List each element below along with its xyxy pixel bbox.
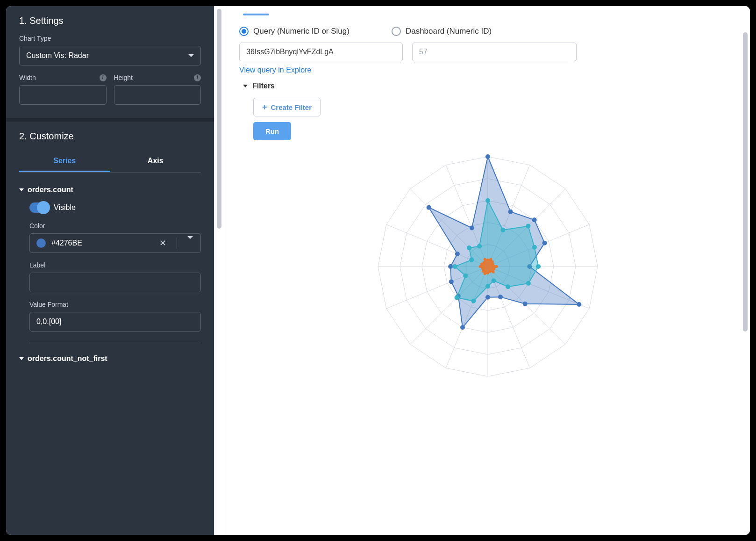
svg-point-29 [498, 295, 502, 299]
customize-tabs: Series Axis [19, 150, 201, 173]
tab-series[interactable]: Series [19, 150, 110, 172]
svg-point-68 [478, 265, 481, 268]
series-label-text: Label [29, 261, 45, 269]
svg-point-71 [483, 258, 486, 261]
svg-point-34 [448, 264, 453, 269]
query-id-input[interactable] [239, 43, 403, 61]
settings-title: 1. Settings [19, 15, 201, 26]
svg-point-64 [486, 272, 489, 274]
divider [29, 343, 201, 343]
info-icon[interactable] [100, 74, 107, 81]
settings-section: 1. Settings Chart Type Custom Vis: Radar… [6, 6, 214, 122]
svg-point-60 [495, 265, 498, 268]
svg-point-56 [486, 259, 489, 261]
run-button[interactable]: Run [253, 122, 291, 140]
svg-point-57 [489, 258, 492, 261]
caret-down-icon [243, 85, 248, 87]
value-format-label-text: Value Format [29, 301, 68, 308]
svg-point-40 [500, 228, 505, 232]
svg-point-48 [471, 299, 476, 303]
color-input[interactable]: #4276BE ✕ [29, 233, 201, 253]
radio-checked-icon [239, 27, 249, 36]
svg-point-47 [485, 284, 490, 289]
color-label: Color [29, 222, 201, 230]
svg-point-66 [482, 270, 485, 273]
chart-type-label-text: Chart Type [19, 35, 51, 42]
series-group: orders.count Visible Color #4276BE [19, 186, 201, 343]
dashboard-radio-label: Dashboard (Numeric ID) [406, 27, 492, 36]
chart-type-value: Custom Vis: Radar [26, 51, 89, 60]
svg-point-50 [463, 274, 468, 278]
svg-point-52 [469, 258, 474, 262]
dashboard-radio-option[interactable]: Dashboard (Numeric ID) [392, 27, 492, 36]
svg-point-44 [526, 281, 530, 286]
chart-type-select[interactable]: Custom Vis: Radar [19, 46, 201, 65]
svg-point-27 [577, 302, 581, 307]
svg-point-39 [485, 198, 490, 203]
dashboard-id-input[interactable] [412, 43, 577, 61]
svg-point-45 [506, 284, 510, 289]
radio-unchecked-icon [392, 27, 401, 36]
svg-point-36 [426, 205, 431, 210]
customize-section: 2. Customize Series Axis orders.count Vi… [6, 122, 214, 535]
query-radio-option[interactable]: Query (Numeric ID or Slug) [239, 27, 349, 36]
color-dropdown-button[interactable] [183, 239, 198, 247]
svg-point-28 [522, 302, 527, 306]
width-label-text: Width [19, 74, 36, 81]
create-filter-button[interactable]: + Create Filter [253, 98, 321, 116]
height-label: Height [114, 74, 201, 81]
svg-point-62 [492, 271, 494, 274]
active-tab-indicator [243, 14, 269, 15]
caret-down-icon [19, 357, 24, 360]
filters-label: Filters [252, 82, 275, 90]
svg-point-25 [542, 241, 547, 245]
series-header[interactable]: orders.count_not_first [19, 354, 201, 363]
value-format-input[interactable]: 0,0.[00] [29, 312, 201, 332]
series-label-input[interactable] [29, 273, 201, 292]
svg-point-37 [469, 225, 474, 230]
tab-axis[interactable]: Axis [110, 150, 201, 172]
svg-point-41 [526, 224, 530, 229]
svg-point-51 [452, 264, 457, 269]
svg-point-43 [536, 264, 541, 269]
radar-chart [239, 145, 736, 388]
explore-link[interactable]: View query in Explore [239, 66, 311, 74]
color-label-text: Color [29, 222, 45, 230]
series-group: orders.count_not_first [19, 354, 201, 363]
svg-point-31 [460, 325, 465, 330]
app-frame: 1. Settings Chart Type Custom Vis: Radar… [5, 5, 751, 536]
svg-point-49 [454, 295, 459, 300]
series-name: orders.count_not_first [28, 354, 107, 363]
separator [177, 238, 177, 249]
width-input[interactable] [19, 85, 107, 105]
svg-point-35 [455, 252, 459, 256]
visible-toggle[interactable] [29, 202, 48, 213]
svg-point-58 [491, 260, 493, 263]
color-value: #4276BE [51, 239, 149, 247]
main-panel: Query (Numeric ID or Slug) Dashboard (Nu… [225, 6, 750, 535]
left-scrollbar[interactable] [214, 6, 225, 535]
svg-point-54 [477, 244, 482, 249]
chart-type-label: Chart Type [19, 35, 201, 42]
scrollbar-thumb[interactable] [217, 9, 221, 229]
right-scrollbar[interactable] [740, 6, 750, 535]
height-input[interactable] [114, 85, 201, 105]
create-filter-label: Create Filter [271, 103, 312, 111]
source-radio-group: Query (Numeric ID or Slug) Dashboard (Nu… [239, 27, 736, 36]
svg-point-42 [532, 245, 536, 250]
svg-point-24 [532, 217, 536, 222]
info-icon[interactable] [194, 74, 201, 81]
svg-point-59 [491, 263, 494, 266]
svg-point-30 [485, 295, 490, 300]
svg-point-67 [481, 267, 484, 270]
visible-toggle-row: Visible [29, 202, 201, 213]
caret-down-icon [19, 188, 24, 191]
clear-icon[interactable]: ✕ [155, 238, 171, 248]
series-header[interactable]: orders.count [19, 186, 201, 194]
svg-point-61 [492, 267, 495, 270]
query-radio-label: Query (Numeric ID or Slug) [253, 27, 349, 36]
scrollbar-thumb[interactable] [743, 32, 748, 332]
svg-point-33 [449, 279, 453, 284]
filters-header[interactable]: Filters [243, 82, 736, 90]
height-label-text: Height [114, 74, 133, 81]
